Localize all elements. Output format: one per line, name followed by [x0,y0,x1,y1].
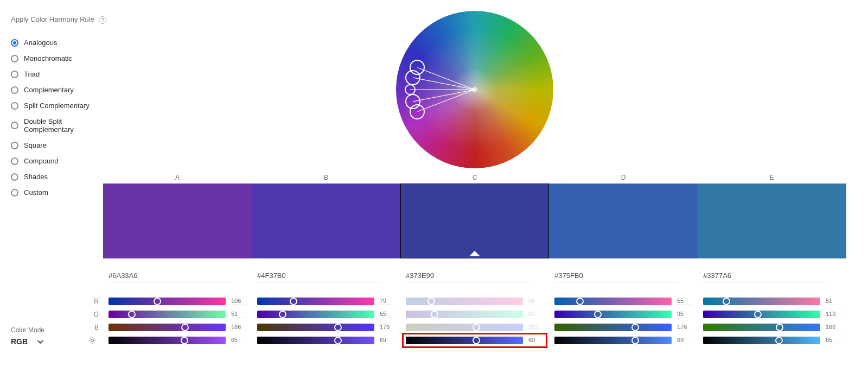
swatch-a[interactable] [103,184,252,258]
channel-label-g: G [90,311,99,318]
slider-l: 69 [554,337,692,344]
slider-thumb-g[interactable] [279,311,286,318]
harmony-rule-shades[interactable]: Shades [11,169,108,185]
swatch-label-c: C [400,174,549,181]
slider-thumb-r[interactable] [723,298,730,305]
slider-value-l[interactable]: 60 [528,337,544,344]
harmony-rule-complementary[interactable]: Complementary [11,82,108,98]
slider-value-g[interactable]: 51 [231,311,246,318]
swatch-label-e: E [698,174,846,181]
slider-track-g[interactable] [257,311,374,318]
slider-thumb-r[interactable] [154,298,161,305]
swatch-b[interactable] [252,184,400,258]
slider-thumb-l[interactable] [473,337,480,344]
slider-value-r[interactable]: 55 [677,298,692,305]
slider-track-l[interactable] [554,337,672,344]
slider-value-b[interactable]: 166 [826,324,841,331]
hex-input-a[interactable] [108,269,233,282]
color-mode-select[interactable]: RGB [11,337,42,346]
slider-track-l[interactable] [703,337,820,344]
wheel-center-handle[interactable] [473,87,477,92]
slider-thumb-g[interactable] [594,311,602,318]
slider-value-b[interactable]: 166 [231,324,246,331]
harmony-rule-analogous[interactable]: Analogous [11,35,108,50]
slider-thumb-b[interactable] [473,324,480,331]
harmony-rule-square[interactable]: Square [11,137,108,153]
slider-track-b[interactable] [406,324,523,331]
hex-input-d[interactable] [554,269,679,282]
harmony-rule-custom[interactable]: Custom [11,185,108,200]
swatch-d[interactable] [549,184,698,258]
slider-thumb-g[interactable] [754,311,762,318]
slider-track-b[interactable] [257,324,374,331]
slider-track-r[interactable] [257,298,374,305]
wheel-handle[interactable] [405,84,416,95]
slider-value-r[interactable]: 106 [231,298,246,305]
wheel-handle[interactable] [410,60,425,75]
slider-track-b[interactable] [108,324,226,331]
hex-input-c[interactable] [406,269,530,282]
slider-thumb-l[interactable] [181,337,188,344]
harmony-rule-split-complementary[interactable]: Split Complementary [11,98,108,113]
slider-value-g[interactable]: 62 [528,311,544,318]
svg-line-13 [94,338,94,338]
slider-thumb-l[interactable] [631,337,639,344]
sliders-row: R106G51B16665795517669556215360559517669… [103,292,846,350]
radio-icon [11,142,18,149]
svg-line-11 [94,342,94,343]
color-wheel[interactable] [396,11,553,168]
slider-track-l[interactable] [406,337,523,344]
slider-value-r[interactable]: 79 [380,298,395,305]
slider-value-l[interactable]: 65 [826,337,841,344]
slider-value-r[interactable]: 55 [528,298,544,305]
hex-row [103,269,846,282]
slider-track-g[interactable] [554,311,672,318]
slider-track-b[interactable] [703,324,820,331]
slider-track-r[interactable] [108,298,226,305]
slider-thumb-b[interactable] [334,324,342,331]
harmony-rule-triad[interactable]: Triad [11,66,108,82]
slider-l: 65 [703,337,841,344]
slider-track-g[interactable] [108,311,226,318]
slider-thumb-g[interactable] [431,311,438,318]
slider-thumb-b[interactable] [631,324,639,331]
slider-thumb-r[interactable] [427,298,435,305]
slider-value-g[interactable]: 119 [826,311,841,318]
wheel-handle[interactable] [405,94,420,109]
swatch-c[interactable] [400,184,549,258]
slider-g: 62 [406,311,544,318]
slider-value-g[interactable]: 95 [677,311,692,318]
slider-value-b[interactable]: 176 [677,324,692,331]
slider-track-r[interactable] [703,298,820,305]
swatch-e[interactable] [698,184,846,258]
harmony-rule-double-split-complementary[interactable]: Double Split Complementary [11,113,108,137]
slider-track-l[interactable] [108,337,226,344]
slider-value-r[interactable]: 51 [826,298,841,305]
slider-thumb-g[interactable] [128,311,136,318]
hex-input-e[interactable] [703,269,827,282]
slider-value-l[interactable]: 69 [677,337,692,344]
slider-track-r[interactable] [406,298,523,305]
slider-track-r[interactable] [554,298,672,305]
slider-thumb-l[interactable] [334,337,342,344]
slider-value-l[interactable]: 69 [380,337,395,344]
slider-thumb-b[interactable] [181,324,189,331]
slider-value-b[interactable]: 176 [380,324,395,331]
slider-r: 79 [257,298,395,305]
slider-track-l[interactable] [257,337,374,344]
slider-thumb-b[interactable] [776,324,783,331]
hex-input-b[interactable] [257,269,381,282]
slider-thumb-r[interactable] [576,298,584,305]
slider-value-b[interactable]: 153 [528,324,544,331]
slider-g: G51 [108,311,246,318]
slider-thumb-l[interactable] [775,337,783,344]
slider-track-g[interactable] [703,311,820,318]
harmony-rule-compound[interactable]: Compound [11,153,108,169]
slider-track-b[interactable] [554,324,672,331]
slider-track-g[interactable] [406,311,523,318]
slider-value-l[interactable]: 65 [231,337,246,344]
slider-value-g[interactable]: 55 [380,311,395,318]
slider-thumb-r[interactable] [290,298,297,305]
svg-line-4 [417,67,475,90]
harmony-rule-monochromatic[interactable]: Monochromatic [11,50,108,66]
